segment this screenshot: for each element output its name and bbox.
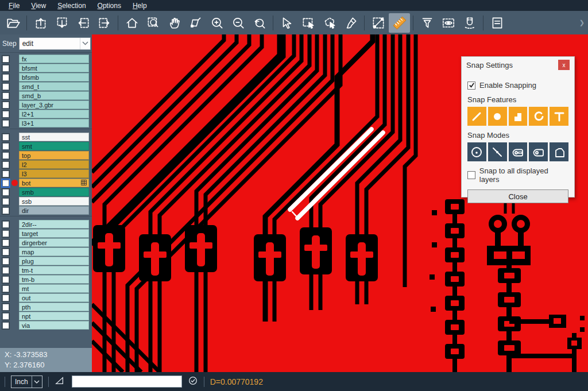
chevron-down-icon[interactable] <box>32 376 42 388</box>
layer-checkbox[interactable] <box>2 65 9 72</box>
layer-label[interactable]: out <box>19 293 89 302</box>
layer-label[interactable]: l2 <box>19 160 89 169</box>
snap-feature-pad-icon[interactable] <box>488 107 507 126</box>
shift-down-icon[interactable] <box>51 13 72 33</box>
zoom-in-icon[interactable] <box>206 13 227 33</box>
layer-label[interactable]: map <box>19 247 89 256</box>
chevron-down-icon[interactable] <box>80 38 90 49</box>
layer-checkbox[interactable] <box>2 276 9 283</box>
grid-icon[interactable] <box>81 180 87 187</box>
layer-label[interactable]: pth <box>19 303 89 311</box>
measure-distance-icon[interactable] <box>368 13 389 33</box>
select-polygon-icon[interactable] <box>319 13 340 33</box>
layer-label[interactable]: bfsmb <box>19 73 89 82</box>
layer-checkbox[interactable] <box>2 230 9 237</box>
layer-label[interactable]: smd_t <box>19 82 89 91</box>
zoom-object-icon[interactable] <box>185 13 206 33</box>
layer-checkbox[interactable] <box>2 102 9 109</box>
layer-checkbox[interactable] <box>2 285 9 292</box>
zoom-out-icon[interactable] <box>227 13 249 33</box>
report-icon[interactable] <box>486 13 508 33</box>
layer-checkbox[interactable] <box>2 143 9 150</box>
home-icon[interactable] <box>121 13 142 33</box>
snap-mode-slot-filled-icon[interactable] <box>509 142 528 161</box>
layer-checkbox[interactable] <box>2 207 9 214</box>
layer-checkbox[interactable] <box>2 189 9 196</box>
layer-label[interactable]: smb <box>19 188 89 196</box>
layer-checkbox[interactable] <box>2 239 9 246</box>
step-select[interactable]: edit <box>19 37 91 50</box>
menu-options[interactable]: Options <box>92 1 126 11</box>
layer-checkbox[interactable] <box>2 180 9 187</box>
layer-label[interactable]: tm-t <box>19 266 89 274</box>
layer-label[interactable]: smd_b <box>19 91 89 100</box>
zoom-window-icon[interactable] <box>142 13 164 33</box>
snap-feature-arc-icon[interactable] <box>529 107 548 126</box>
menu-file[interactable]: File <box>3 1 25 11</box>
layer-checkbox[interactable] <box>2 171 9 177</box>
snap-magnet-icon[interactable] <box>459 13 480 33</box>
open-folder-icon[interactable] <box>2 13 24 33</box>
layer-checkbox[interactable] <box>2 56 9 63</box>
layer-label[interactable]: plug <box>19 257 89 265</box>
all-layers-row[interactable]: Snap to all displayed layers <box>467 167 568 184</box>
ruler-icon[interactable] <box>389 13 410 33</box>
shift-left-icon[interactable] <box>72 13 94 33</box>
toolbar-overflow-chevron[interactable]: ❯ <box>579 19 585 26</box>
layer-checkbox[interactable] <box>2 161 9 168</box>
layer-label[interactable]: npt <box>19 312 89 320</box>
layer-checkbox[interactable] <box>2 322 9 329</box>
visibility-icon[interactable] <box>438 13 459 33</box>
layer-label[interactable]: l2+1 <box>19 110 89 118</box>
menu-selection[interactable]: Selection <box>52 1 91 11</box>
menu-view[interactable]: View <box>26 1 51 11</box>
snap-feature-surface-icon[interactable] <box>509 107 528 126</box>
layer-label[interactable]: fx <box>19 55 89 63</box>
zoom-previous-icon[interactable] <box>249 13 270 33</box>
snap-mode-line-point-icon[interactable] <box>488 142 507 161</box>
snap-mode-corner-icon[interactable] <box>550 142 568 161</box>
layer-label[interactable]: bot <box>19 179 89 187</box>
layer-checkbox[interactable] <box>2 74 9 81</box>
layer-checkbox[interactable] <box>2 83 9 90</box>
layer-label[interactable]: l3 <box>19 169 89 178</box>
select-arrow-icon[interactable] <box>276 13 297 33</box>
all-layers-checkbox[interactable] <box>467 171 475 179</box>
dialog-title-bar[interactable]: Snap Settings x <box>462 57 574 73</box>
select-rect-icon[interactable] <box>297 13 319 33</box>
layer-checkbox[interactable] <box>2 134 9 141</box>
coordinate-input[interactable] <box>72 375 182 388</box>
layer-label[interactable]: top <box>19 151 89 160</box>
layer-label[interactable]: target <box>19 229 89 238</box>
menu-help[interactable]: Help <box>127 1 152 11</box>
layer-checkbox[interactable] <box>2 313 9 320</box>
layer-label[interactable]: layer_3.gbr <box>19 100 89 109</box>
snap-mode-pad-center-icon[interactable] <box>467 142 486 161</box>
layer-checkbox[interactable] <box>2 120 9 127</box>
layer-checkbox[interactable] <box>2 111 9 118</box>
layer-label[interactable]: mt <box>19 284 89 293</box>
layer-label[interactable]: dir <box>19 206 89 215</box>
apply-refresh-icon[interactable] <box>188 375 198 388</box>
layer-checkbox[interactable] <box>2 258 9 265</box>
layer-label[interactable]: l3+1 <box>19 119 89 127</box>
shift-up-icon[interactable] <box>30 13 51 33</box>
snap-feature-line-icon[interactable] <box>467 107 486 126</box>
enable-snapping-row[interactable]: Enable Snapping <box>467 81 568 90</box>
snap-feature-text-icon[interactable] <box>550 107 568 126</box>
layer-checkbox[interactable] <box>2 152 9 159</box>
close-button[interactable]: Close <box>467 189 568 203</box>
layer-checkbox[interactable] <box>2 92 9 99</box>
layer-label[interactable]: sst <box>19 133 89 141</box>
brush-icon[interactable] <box>340 13 361 33</box>
layer-label[interactable]: 2dir-- <box>19 220 89 229</box>
enable-snapping-checkbox[interactable] <box>467 82 475 90</box>
angle-measure-icon[interactable] <box>55 375 65 388</box>
layer-label[interactable]: bfsmt <box>19 64 89 72</box>
filter-icon[interactable] <box>416 13 438 33</box>
layer-label[interactable]: via <box>19 321 89 330</box>
layer-checkbox[interactable] <box>2 295 9 301</box>
layer-label[interactable]: tm-b <box>19 275 89 284</box>
layer-checkbox[interactable] <box>2 304 9 311</box>
unit-select[interactable]: Inch <box>11 375 42 388</box>
